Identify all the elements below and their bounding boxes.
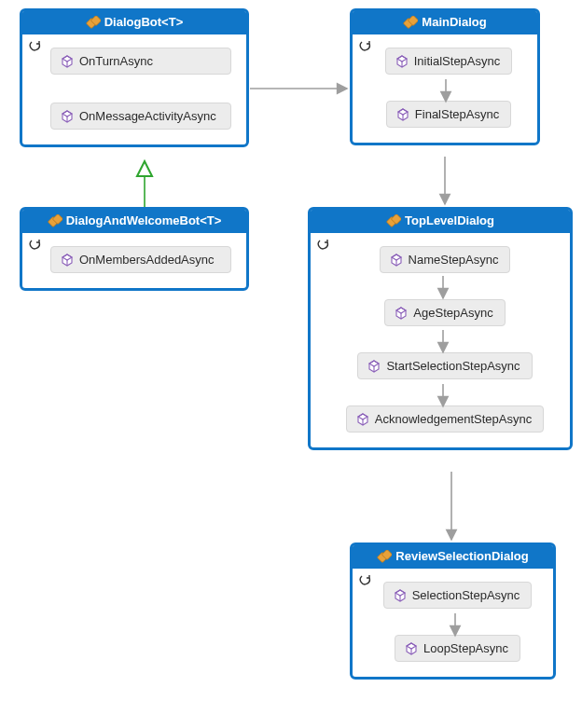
method-startselectionstepasync: StartSelectionStepAsync	[357, 352, 532, 379]
cube-icon	[61, 254, 74, 267]
class-topleveldialog: TopLevelDialog NameStepAsync AgeStepAsyn…	[308, 207, 573, 450]
method-label: OnMessageActivityAsync	[79, 109, 216, 123]
class-title: MainDialog	[353, 11, 537, 34]
class-icon	[86, 16, 101, 29]
class-reviewselectiondialog: ReviewSelectionDialog SelectionStepAsync…	[350, 543, 556, 680]
cube-icon	[390, 254, 403, 267]
class-title-text: ReviewSelectionDialog	[395, 549, 528, 563]
cycle-icon	[316, 239, 329, 252]
cube-icon	[356, 413, 369, 426]
cycle-icon	[28, 40, 41, 53]
class-maindialog: MainDialog InitialStepAsync FinalStepAsy…	[350, 8, 540, 145]
method-onmembersaddedasync: OnMembersAddedAsync	[50, 246, 231, 273]
class-icon	[48, 214, 62, 227]
method-label: SelectionStepAsync	[412, 588, 520, 602]
diagram-canvas: DialogBot<T> OnTurnAsync OnMessageActivi…	[0, 0, 582, 728]
method-label: AcknowledgementStepAsync	[375, 412, 532, 426]
cycle-icon	[28, 239, 41, 252]
method-finalstepasync: FinalStepAsync	[386, 101, 511, 128]
cube-icon	[396, 108, 409, 121]
class-icon	[377, 550, 392, 563]
method-label: AgeStepAsync	[413, 306, 492, 320]
class-dialogandwelcomebot: DialogAndWelcomeBot<T> OnMembersAddedAsy…	[20, 207, 249, 291]
class-title: DialogAndWelcomeBot<T>	[22, 210, 246, 233]
method-initialstepasync: InitialStepAsync	[385, 48, 513, 75]
class-icon	[403, 16, 418, 29]
class-title-text: MainDialog	[422, 15, 486, 29]
method-label: NameStepAsync	[409, 253, 499, 267]
method-label: OnTurnAsync	[79, 54, 153, 68]
method-label: InitialStepAsync	[414, 54, 501, 68]
cube-icon	[61, 110, 74, 123]
method-label: LoopStepAsync	[423, 641, 508, 655]
method-selectionstepasync: SelectionStepAsync	[383, 582, 533, 609]
cube-icon	[61, 55, 74, 68]
cube-icon	[367, 360, 381, 373]
class-title-text: DialogAndWelcomeBot<T>	[66, 213, 222, 227]
class-icon	[386, 214, 401, 227]
method-label: OnMembersAddedAsync	[79, 253, 215, 267]
method-acknowledgementstepasync: AcknowledgementStepAsync	[346, 405, 544, 433]
method-label: StartSelectionStepAsync	[386, 359, 520, 373]
method-agestepasync: AgeStepAsync	[384, 299, 505, 326]
class-title: TopLevelDialog	[311, 210, 570, 233]
cycle-icon	[358, 40, 371, 53]
cycle-icon	[358, 574, 371, 587]
class-title: DialogBot<T>	[22, 11, 246, 34]
method-namestepasync: NameStepAsync	[380, 246, 511, 273]
class-title: ReviewSelectionDialog	[353, 545, 553, 569]
method-onmessageactivityasync: OnMessageActivityAsync	[50, 103, 231, 130]
class-title-text: DialogBot<T>	[104, 15, 184, 29]
cube-icon	[394, 589, 407, 602]
method-loopstepasync: LoopStepAsync	[395, 635, 520, 662]
method-label: FinalStepAsync	[415, 107, 499, 121]
class-dialogbot: DialogBot<T> OnTurnAsync OnMessageActivi…	[20, 8, 249, 147]
class-title-text: TopLevelDialog	[405, 213, 494, 227]
method-onturnasync: OnTurnAsync	[50, 48, 231, 75]
cube-icon	[395, 55, 409, 68]
cube-icon	[405, 642, 418, 655]
cube-icon	[395, 307, 408, 320]
